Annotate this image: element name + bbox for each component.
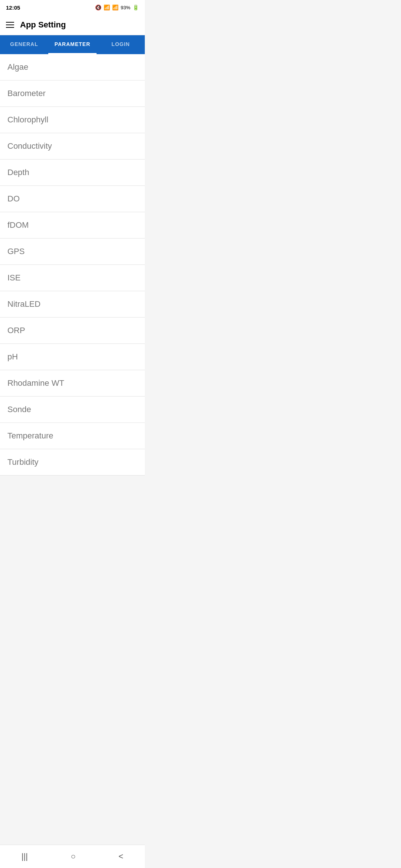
battery-level: 93%: [121, 5, 130, 10]
param-list: Algae Barometer Chlorophyll Conductivity…: [0, 54, 145, 476]
param-label-chlorophyll: Chlorophyll: [7, 115, 48, 125]
param-label-rhodamine-wt: Rhodamine WT: [7, 378, 64, 388]
app-title: App Setting: [20, 20, 66, 30]
param-label-conductivity: Conductivity: [7, 141, 52, 151]
param-label-barometer: Barometer: [7, 89, 46, 98]
status-bar: 12:05 🔇 📶 📶 93% 🔋: [0, 0, 145, 15]
param-item-temperature[interactable]: Temperature: [0, 423, 145, 449]
param-item-barometer[interactable]: Barometer: [0, 80, 145, 107]
param-item-algae[interactable]: Algae: [0, 54, 145, 80]
signal-icon: 📶: [112, 4, 118, 10]
battery-icon: 🔋: [133, 4, 139, 10]
param-item-conductivity[interactable]: Conductivity: [0, 133, 145, 160]
menu-button[interactable]: [6, 22, 14, 28]
param-label-temperature: Temperature: [7, 431, 53, 441]
tab-bar: GENERAL PARAMETER LOGIN: [0, 35, 145, 54]
param-label-fdom: fDOM: [7, 220, 29, 230]
menu-line-1: [6, 22, 14, 23]
param-item-do[interactable]: DO: [0, 186, 145, 212]
mute-icon: 🔇: [95, 4, 101, 10]
param-label-nitraled: NitraLED: [7, 299, 40, 309]
param-item-gps[interactable]: GPS: [0, 239, 145, 265]
tab-general[interactable]: GENERAL: [0, 35, 48, 54]
param-item-turbidity[interactable]: Turbidity: [0, 449, 145, 476]
param-item-ise[interactable]: ISE: [0, 265, 145, 291]
param-item-depth[interactable]: Depth: [0, 160, 145, 186]
tab-parameter[interactable]: PARAMETER: [48, 35, 97, 54]
status-time: 12:05: [6, 4, 20, 11]
param-item-nitraled[interactable]: NitraLED: [0, 291, 145, 318]
menu-line-2: [6, 24, 14, 25]
param-label-sonde: Sonde: [7, 405, 31, 414]
param-label-algae: Algae: [7, 62, 28, 72]
param-item-fdom[interactable]: fDOM: [0, 212, 145, 239]
param-item-orp[interactable]: ORP: [0, 318, 145, 344]
param-label-depth: Depth: [7, 168, 29, 177]
param-label-gps: GPS: [7, 247, 25, 256]
param-item-chlorophyll[interactable]: Chlorophyll: [0, 107, 145, 133]
param-item-rhodamine-wt[interactable]: Rhodamine WT: [0, 370, 145, 397]
wifi-icon: 📶: [104, 4, 110, 10]
menu-line-3: [6, 27, 14, 28]
top-bar: App Setting: [0, 15, 145, 35]
param-label-ph: pH: [7, 352, 18, 362]
param-label-orp: ORP: [7, 326, 25, 335]
param-item-sonde[interactable]: Sonde: [0, 397, 145, 423]
param-label-ise: ISE: [7, 273, 20, 283]
param-label-do: DO: [7, 194, 20, 204]
param-label-turbidity: Turbidity: [7, 457, 39, 467]
status-icons: 🔇 📶 📶 93% 🔋: [95, 4, 139, 10]
param-item-ph[interactable]: pH: [0, 344, 145, 370]
tab-login[interactable]: LOGIN: [97, 35, 145, 54]
